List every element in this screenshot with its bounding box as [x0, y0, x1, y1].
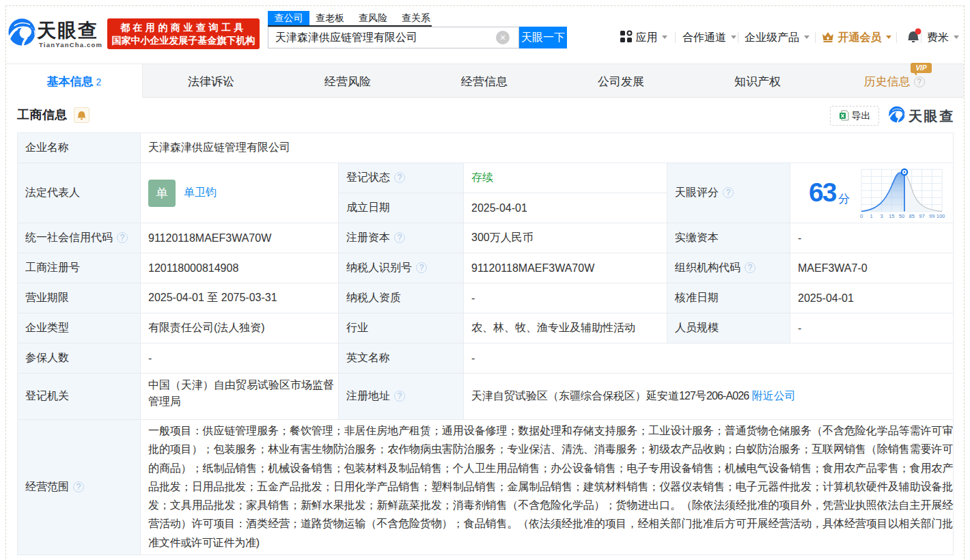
- svg-text:99: 99: [929, 213, 934, 219]
- svg-text:85: 85: [909, 213, 915, 219]
- svg-text:100: 100: [937, 213, 945, 219]
- svg-text:1: 1: [870, 213, 873, 219]
- svg-text:50: 50: [899, 213, 904, 219]
- svg-text:97: 97: [919, 213, 924, 219]
- svg-text:0: 0: [860, 213, 863, 219]
- svg-text:15: 15: [889, 213, 894, 219]
- svg-text:3: 3: [880, 213, 883, 219]
